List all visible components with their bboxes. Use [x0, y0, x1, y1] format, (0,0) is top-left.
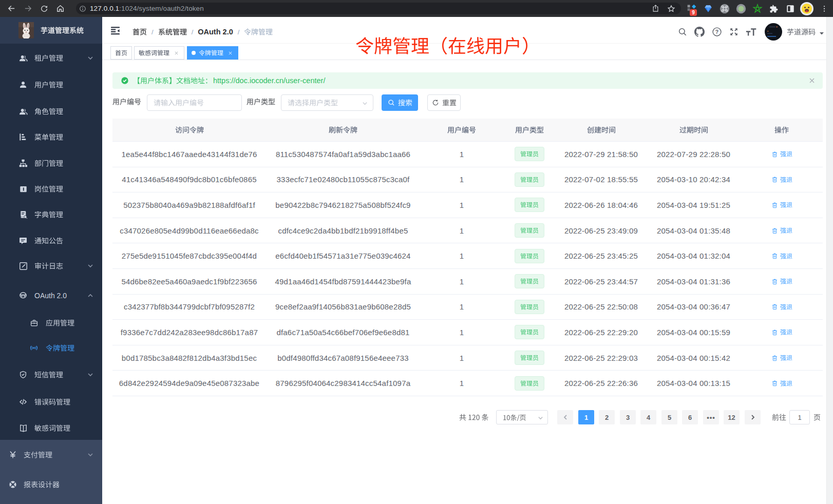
svg-text:?: ? — [715, 29, 718, 35]
